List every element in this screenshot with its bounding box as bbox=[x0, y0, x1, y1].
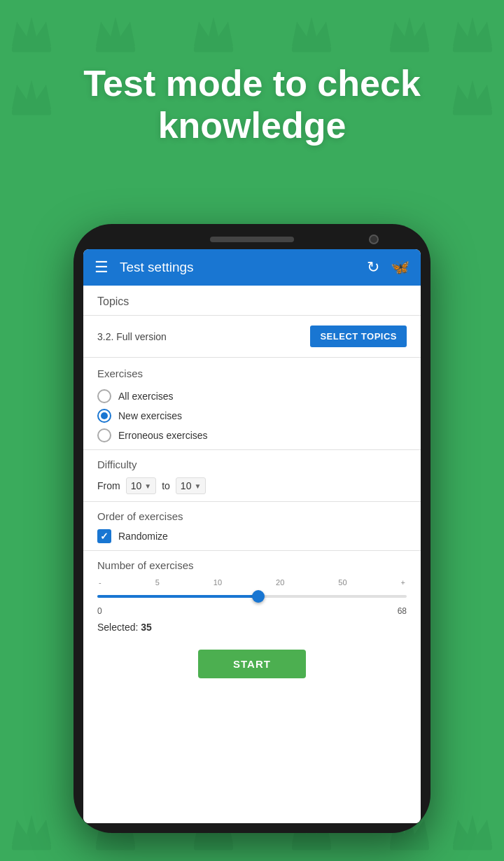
difficulty-from-select[interactable]: 10 ▼ bbox=[126, 477, 156, 494]
phone-screen: ☰ Test settings ↻ 🦋 Topics 3.2. Full ver… bbox=[83, 249, 421, 823]
exercises-section: Exercises All exercises New exercises Er… bbox=[83, 358, 421, 450]
randomize-checkbox[interactable]: ✓ bbox=[97, 529, 111, 543]
sync-icon[interactable]: ↻ bbox=[367, 258, 379, 276]
svg-rect-1 bbox=[12, 46, 51, 52]
selected-value: 35 bbox=[141, 622, 152, 633]
slider-container[interactable] bbox=[97, 589, 407, 603]
difficulty-from-label: From bbox=[97, 480, 120, 491]
svg-marker-16 bbox=[12, 815, 51, 844]
crown-icon bbox=[287, 7, 336, 56]
number-section: Number of exercises - 5 10 20 50 + 0 bbox=[83, 551, 421, 643]
order-section-title: Order of exercises bbox=[97, 510, 407, 522]
svg-rect-25 bbox=[390, 844, 429, 850]
svg-rect-9 bbox=[390, 46, 429, 52]
crown-icon bbox=[448, 805, 497, 854]
slider-label-5: 5 bbox=[155, 578, 160, 587]
svg-marker-8 bbox=[390, 17, 429, 46]
topics-section-title: Topics bbox=[97, 295, 407, 308]
svg-rect-11 bbox=[453, 46, 492, 52]
svg-rect-5 bbox=[194, 46, 233, 52]
topics-row: 3.2. Full version SELECT TOPICS bbox=[83, 316, 421, 358]
radio-new-exercises-inner bbox=[101, 412, 108, 419]
difficulty-to-arrow: ▼ bbox=[194, 482, 201, 490]
crown-icon bbox=[189, 7, 238, 56]
difficulty-to-label: to bbox=[162, 480, 170, 491]
phone-camera bbox=[369, 234, 379, 244]
radio-new-exercises[interactable]: New exercises bbox=[97, 406, 407, 426]
svg-rect-23 bbox=[292, 844, 331, 850]
radio-new-exercises-circle[interactable] bbox=[97, 409, 111, 423]
svg-marker-4 bbox=[194, 17, 233, 46]
svg-marker-0 bbox=[12, 17, 51, 46]
order-section: Order of exercises ✓ Randomize bbox=[83, 502, 421, 551]
number-section-title: Number of exercises bbox=[97, 559, 407, 571]
svg-rect-7 bbox=[292, 46, 331, 52]
slider-labels: - 5 10 20 50 + bbox=[97, 578, 407, 587]
slider-label-minus: - bbox=[99, 578, 102, 587]
svg-rect-3 bbox=[96, 46, 135, 52]
slider-label-20: 20 bbox=[276, 578, 284, 587]
phone-frame: ☰ Test settings ↻ 🦋 Topics 3.2. Full ver… bbox=[74, 224, 430, 833]
phone-speaker bbox=[210, 237, 294, 242]
slider-max-value: 68 bbox=[398, 606, 407, 616]
svg-rect-19 bbox=[96, 844, 135, 850]
exercises-section-title: Exercises bbox=[97, 368, 407, 379]
radio-all-exercises-label: All exercises bbox=[118, 391, 174, 402]
slider-label-plus: + bbox=[401, 578, 405, 587]
crown-icon bbox=[448, 7, 497, 56]
crown-icon bbox=[7, 805, 56, 854]
crown-icon bbox=[385, 7, 434, 56]
crown-icon bbox=[91, 7, 140, 56]
difficulty-section-title: Difficulty bbox=[97, 458, 407, 470]
difficulty-from-value: 10 bbox=[131, 480, 142, 491]
svg-rect-21 bbox=[194, 844, 233, 850]
selected-count-label: Selected: 35 bbox=[97, 622, 407, 633]
butterfly-icon[interactable]: 🦋 bbox=[391, 258, 410, 276]
hero-title: Test mode to check knowledge bbox=[0, 63, 504, 147]
svg-marker-10 bbox=[453, 17, 492, 46]
select-topics-button[interactable]: SELECT TOPICS bbox=[310, 326, 407, 347]
radio-erroneous-exercises[interactable]: Erroneous exercises bbox=[97, 426, 407, 445]
topics-section: Topics bbox=[83, 286, 421, 308]
svg-marker-6 bbox=[292, 17, 331, 46]
app-bar-title: Test settings bbox=[120, 260, 356, 275]
difficulty-to-select[interactable]: 10 ▼ bbox=[176, 477, 206, 494]
slider-label-50: 50 bbox=[338, 578, 346, 587]
difficulty-to-value: 10 bbox=[181, 480, 192, 491]
menu-icon[interactable]: ☰ bbox=[94, 258, 108, 276]
crown-icon bbox=[7, 7, 56, 56]
slider-fill bbox=[97, 595, 258, 598]
radio-all-exercises[interactable]: All exercises bbox=[97, 386, 407, 406]
radio-new-exercises-label: New exercises bbox=[118, 410, 182, 421]
app-bar: ☰ Test settings ↻ 🦋 bbox=[83, 249, 421, 286]
slider-bounds: 0 68 bbox=[97, 606, 407, 616]
svg-marker-26 bbox=[453, 815, 492, 844]
selected-text: Selected: bbox=[97, 622, 138, 633]
svg-rect-27 bbox=[453, 844, 492, 850]
slider-label-10: 10 bbox=[214, 578, 222, 587]
start-section: START bbox=[83, 643, 421, 690]
radio-erroneous-exercises-label: Erroneous exercises bbox=[118, 430, 208, 441]
radio-all-exercises-circle[interactable] bbox=[97, 389, 111, 403]
difficulty-from-arrow: ▼ bbox=[144, 482, 151, 490]
slider-thumb[interactable] bbox=[252, 590, 265, 603]
svg-rect-17 bbox=[12, 844, 51, 850]
radio-erroneous-exercises-circle[interactable] bbox=[97, 428, 111, 442]
topics-version-text: 3.2. Full version bbox=[97, 331, 167, 342]
difficulty-row: From 10 ▼ to 10 ▼ bbox=[97, 477, 407, 494]
checkmark-icon: ✓ bbox=[100, 531, 108, 542]
svg-marker-2 bbox=[96, 17, 135, 46]
slider-track bbox=[97, 595, 407, 598]
randomize-label: Randomize bbox=[118, 531, 168, 542]
start-button[interactable]: START bbox=[198, 650, 306, 678]
phone-top-bar bbox=[83, 237, 421, 242]
content-area: Topics 3.2. Full version SELECT TOPICS E… bbox=[83, 286, 421, 823]
slider-min-value: 0 bbox=[97, 606, 102, 616]
randomize-row[interactable]: ✓ Randomize bbox=[97, 529, 407, 543]
difficulty-section: Difficulty From 10 ▼ to 10 ▼ bbox=[83, 450, 421, 502]
